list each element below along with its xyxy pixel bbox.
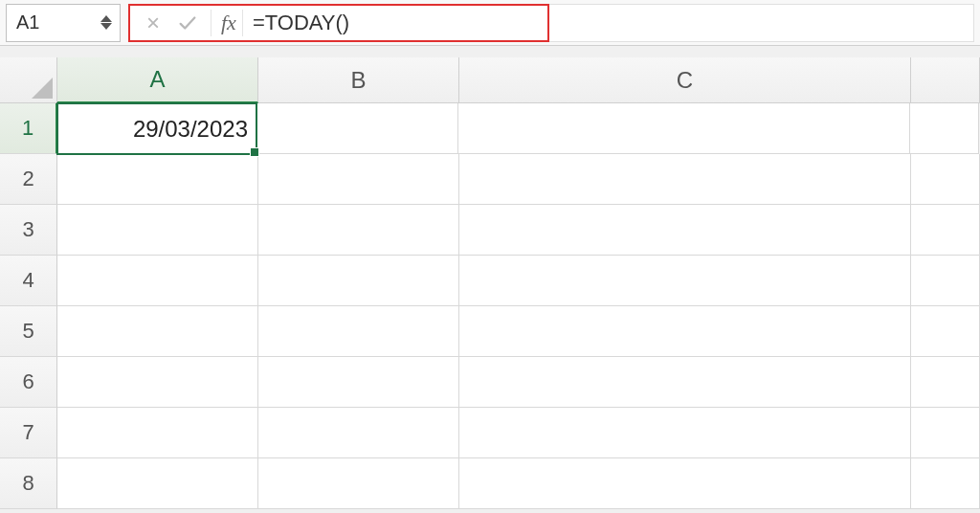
formula-input[interactable] <box>249 6 542 40</box>
spinner-down-icon[interactable] <box>100 23 112 30</box>
table-row <box>57 458 980 509</box>
formula-group-highlight: × fx <box>128 4 549 42</box>
table-row <box>57 306 980 357</box>
cells-area: 29/03/2023 <box>57 103 980 509</box>
cell[interactable] <box>459 205 911 256</box>
cell[interactable] <box>459 458 911 509</box>
cell[interactable] <box>910 103 979 154</box>
cell[interactable] <box>911 154 980 205</box>
confirm-formula-icon[interactable] <box>170 12 205 33</box>
row-header-2[interactable]: 2 <box>0 154 57 205</box>
cell[interactable] <box>911 256 980 306</box>
cell[interactable] <box>57 306 258 357</box>
cell[interactable] <box>911 357 980 408</box>
row-header-3[interactable]: 3 <box>0 205 57 256</box>
cell[interactable] <box>911 408 980 458</box>
name-box-value: A1 <box>16 11 39 33</box>
cell[interactable] <box>57 408 258 458</box>
cell[interactable] <box>258 205 459 256</box>
cell[interactable] <box>459 154 911 205</box>
column-header-blank[interactable] <box>911 57 980 103</box>
cell[interactable] <box>258 256 459 306</box>
cell[interactable] <box>57 205 258 256</box>
row-header-1[interactable]: 1 <box>0 103 57 154</box>
table-row <box>57 154 980 205</box>
cell[interactable] <box>459 256 911 306</box>
table-row <box>57 256 980 306</box>
cell[interactable] <box>258 154 459 205</box>
cell[interactable] <box>911 205 980 256</box>
cell[interactable] <box>459 408 911 458</box>
column-header-C[interactable]: C <box>459 57 911 103</box>
cell[interactable] <box>57 458 258 509</box>
cell[interactable] <box>258 306 459 357</box>
cell[interactable] <box>458 103 910 154</box>
cell[interactable] <box>57 357 258 408</box>
cell[interactable] <box>57 256 258 306</box>
cell[interactable] <box>258 458 459 509</box>
cell[interactable] <box>258 357 459 408</box>
formula-bar: A1 × fx <box>0 0 980 46</box>
row-header-5[interactable]: 5 <box>0 306 57 357</box>
cell[interactable] <box>459 357 911 408</box>
row-header-6[interactable]: 6 <box>0 357 57 408</box>
row-header-7[interactable]: 7 <box>0 408 57 458</box>
cell[interactable] <box>57 154 258 205</box>
select-all-corner[interactable] <box>0 57 57 103</box>
column-headers: ABC <box>57 57 980 103</box>
row-headers: 12345678 <box>0 103 57 509</box>
cell[interactable] <box>911 306 980 357</box>
cell[interactable] <box>257 103 458 154</box>
spinner-up-icon[interactable] <box>100 15 112 22</box>
table-row: 29/03/2023 <box>57 103 980 154</box>
cell[interactable] <box>911 458 980 509</box>
column-header-A[interactable]: A <box>57 57 258 103</box>
fx-label[interactable]: fx <box>211 10 243 36</box>
table-row <box>57 357 980 408</box>
cell[interactable] <box>258 408 459 458</box>
name-box-spinner[interactable] <box>97 5 116 41</box>
formula-bar-extension <box>549 4 974 42</box>
cell[interactable]: 29/03/2023 <box>56 102 257 155</box>
name-box[interactable]: A1 <box>6 4 121 42</box>
table-row <box>57 205 980 256</box>
column-header-B[interactable]: B <box>258 57 459 103</box>
row-header-8[interactable]: 8 <box>0 458 57 509</box>
row-header-4[interactable]: 4 <box>0 256 57 306</box>
cancel-formula-icon[interactable]: × <box>136 10 170 36</box>
table-row <box>57 408 980 458</box>
cell[interactable] <box>459 306 911 357</box>
